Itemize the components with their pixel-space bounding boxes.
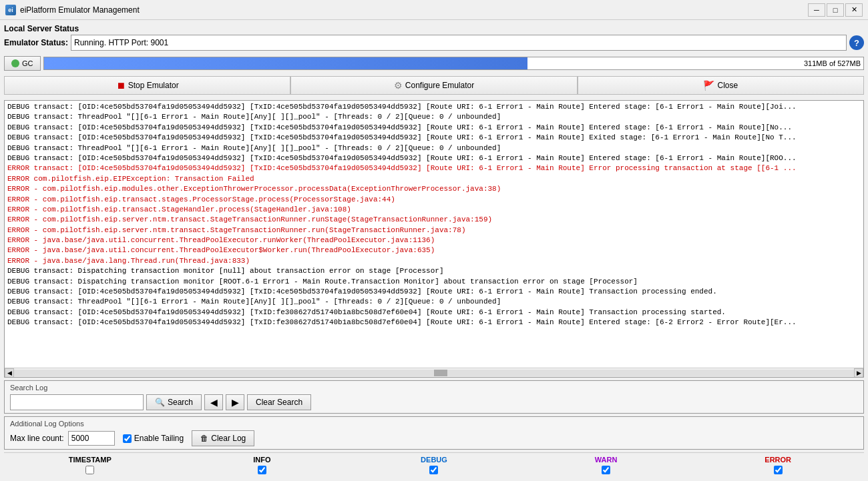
title-bar-title: eiPlatform Emulator Management <box>20 5 140 15</box>
log-line: DEBUG transact: [OID:4ce505bd53704fa19d0… <box>7 133 861 143</box>
log-line: ERROR - com.pilotfish.eip.modules.other.… <box>7 184 861 194</box>
maximize-button[interactable]: □ <box>827 3 844 17</box>
log-line: ERROR - java.base/java.util.concurrent.T… <box>7 235 861 246</box>
filter-col-warn: WARN <box>520 456 692 474</box>
log-line: ERROR - com.pilotfish.eip.transact.stage… <box>7 195 861 205</box>
log-line: ERROR transact: [OID:4ce505bd53704fa19d0… <box>7 163 861 173</box>
max-line-row: Max line count: <box>10 431 115 446</box>
filter-checkbox-timestamp[interactable] <box>85 466 94 474</box>
gc-icon <box>11 59 19 67</box>
log-line: DEBUG transact: [OID:4ce505bd53704fa19d0… <box>7 102 861 112</box>
additional-log-options-title: Additional Log Options <box>10 420 858 428</box>
additional-options-row: Max line count: Enable Tailing 🗑 Clear L… <box>10 430 858 446</box>
filter-label-error: ERROR <box>765 456 791 464</box>
h-scroll-track[interactable] <box>14 370 854 376</box>
status-label: Emulator Status: <box>4 38 68 47</box>
stop-label: Stop Emulator <box>128 81 179 90</box>
title-bar-left: ei eiPlatform Emulator Management <box>5 5 140 15</box>
log-line: DEBUG transact: ThreadPool "[][6-1 Error… <box>7 297 861 307</box>
memory-bar-fill <box>44 57 527 69</box>
log-line: ERROR - com.pilotfish.eip.server.ntm.tra… <box>7 225 861 235</box>
filter-col-error: ERROR <box>692 456 864 474</box>
h-scroll-thumb[interactable] <box>434 370 447 376</box>
filter-checkbox-info[interactable] <box>258 466 266 474</box>
memory-bar-container: 311MB of 527MB <box>43 57 865 70</box>
filter-checkbox-error[interactable] <box>774 466 783 474</box>
log-line: ERROR - com.pilotfish.eip.transact.Stage… <box>7 205 861 215</box>
trash-icon: 🗑 <box>200 434 208 443</box>
toolbar: ⏹ Stop Emulator ⚙ Configure Emulator 🚩 C… <box>4 76 864 95</box>
max-line-input[interactable] <box>68 431 115 446</box>
filter-label-debug: DEBUG <box>421 456 447 464</box>
filter-label-info: INFO <box>253 456 270 464</box>
filter-row: TIMESTAMPINFODEBUGWARNERROR <box>4 452 864 477</box>
main-content: Local Server Status Emulator Status: Run… <box>0 20 868 481</box>
configure-label: Configure Emulator <box>405 81 474 90</box>
log-line: DEBUG transact: [OID:4ce505bd53704fa19d0… <box>7 123 861 133</box>
gc-button[interactable]: GC <box>4 56 41 71</box>
memory-bar-text: 311MB of 527MB <box>804 59 861 67</box>
gc-row: GC 311MB of 527MB <box>4 56 864 71</box>
log-area[interactable]: DEBUG transact: [OID:4ce505bd53704fa19d0… <box>5 101 863 368</box>
log-line: DEBUG transact: [OID:4ce505bd53704fa19d0… <box>7 318 861 328</box>
log-line: DEBUG transact: Dispatching transaction … <box>7 277 861 287</box>
search-icon: 🔍 <box>155 398 165 407</box>
filter-col-info: INFO <box>176 456 349 474</box>
log-line: DEBUG transact: ThreadPool "[][6-1 Error… <box>7 112 861 122</box>
filter-label-timestamp: TIMESTAMP <box>69 456 112 464</box>
enable-tailing-label: Enable Tailing <box>134 434 184 443</box>
search-row: 🔍 Search ◀ ▶ Clear Search <box>10 394 858 410</box>
log-line: DEBUG transact: [OID:4ce505bd53704fa19d0… <box>7 153 861 163</box>
gc-label: GC <box>22 59 33 67</box>
filter-col-timestamp: TIMESTAMP <box>4 456 176 474</box>
filter-col-debug: DEBUG <box>348 456 520 474</box>
max-line-label: Max line count: <box>10 434 64 443</box>
log-line: ERROR com.pilotfish.eip.EIPException: Tr… <box>7 174 861 184</box>
status-value: Running. HTTP Port: 9001 <box>74 38 168 47</box>
title-bar-controls: ─ □ ✕ <box>808 3 863 17</box>
configure-icon: ⚙ <box>394 80 403 91</box>
local-server-status-title: Local Server Status <box>4 24 864 33</box>
log-line: DEBUG transact: ThreadPool "[][6-1 Error… <box>7 143 861 153</box>
local-server-status-section: Local Server Status Emulator Status: Run… <box>4 24 864 53</box>
filter-checkbox-debug[interactable] <box>429 466 438 474</box>
clear-search-button[interactable]: Clear Search <box>247 394 311 410</box>
log-line: DEBUG transact: Dispatching transaction … <box>7 266 861 276</box>
configure-emulator-button[interactable]: ⚙ Configure Emulator <box>290 76 577 95</box>
search-prev-button[interactable]: ◀ <box>204 394 223 410</box>
horizontal-scrollbar[interactable]: ◀ ▶ <box>5 368 863 377</box>
additional-log-options-section: Additional Log Options Max line count: E… <box>4 416 864 450</box>
stop-icon: ⏹ <box>116 80 126 91</box>
minimize-button[interactable]: ─ <box>808 3 825 17</box>
log-line: ERROR - com.pilotfish.eip.server.ntm.tra… <box>7 215 861 225</box>
close-icon: 🚩 <box>703 80 714 91</box>
h-scroll-left-button[interactable]: ◀ <box>5 368 14 378</box>
emulator-status-row: Emulator Status: Running. HTTP Port: 900… <box>4 35 864 51</box>
log-line: ERROR - java.base/java.lang.Thread.run(T… <box>7 256 861 266</box>
log-line: ERROR - java.base/java.util.concurrent.T… <box>7 246 861 256</box>
filter-checkbox-warn[interactable] <box>602 466 610 474</box>
close-label: Close <box>717 81 738 90</box>
window-close-button[interactable]: ✕ <box>845 3 863 17</box>
filter-label-warn: WARN <box>595 456 618 464</box>
clear-log-button[interactable]: 🗑 Clear Log <box>192 430 254 446</box>
enable-tailing-checkbox[interactable] <box>123 434 132 443</box>
enable-tailing-row: Enable Tailing <box>123 434 184 443</box>
app-icon: ei <box>5 5 16 15</box>
title-bar: ei eiPlatform Emulator Management ─ □ ✕ <box>0 0 868 20</box>
h-scroll-right-button[interactable]: ▶ <box>854 368 863 378</box>
log-area-wrapper: DEBUG transact: [OID:4ce505bd53704fa19d0… <box>4 100 864 378</box>
help-button[interactable]: ? <box>849 35 864 50</box>
search-log-section: Search Log 🔍 Search ◀ ▶ Clear Search <box>4 380 864 414</box>
status-value-box: Running. HTTP Port: 9001 <box>71 35 847 51</box>
close-button[interactable]: 🚩 Close <box>578 76 864 95</box>
search-next-button[interactable]: ▶ <box>226 394 244 410</box>
clear-log-label: Clear Log <box>211 434 246 443</box>
log-line: DEBUG transact: [OID:4ce505bd53704fa19d0… <box>7 308 861 318</box>
search-input[interactable] <box>10 394 144 410</box>
search-label: Search <box>168 398 193 407</box>
search-button[interactable]: 🔍 Search <box>146 394 202 410</box>
stop-emulator-button[interactable]: ⏹ Stop Emulator <box>4 76 290 95</box>
search-log-title: Search Log <box>10 384 858 392</box>
log-line: DEBUG transact: [OID:4ce505bd53704fa19d0… <box>7 287 861 297</box>
